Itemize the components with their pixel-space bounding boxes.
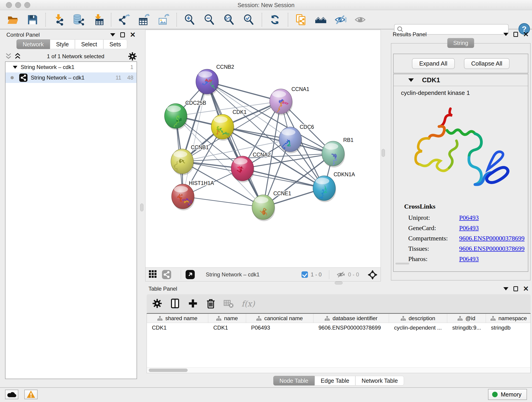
tab-network-table[interactable]: Network Table	[355, 376, 404, 385]
table-row[interactable]: CDK1CDK1P064939606.ENSP00000378699cyclin…	[147, 323, 530, 333]
panel-collapse-icon[interactable]	[110, 33, 115, 36]
tab-edge-table[interactable]: Edge Table	[315, 376, 355, 385]
first-neighbors-button[interactable]	[314, 13, 327, 26]
column-header-description[interactable]: description	[389, 314, 447, 323]
left-splitter-handle[interactable]	[140, 204, 143, 211]
network-row[interactable]: String Network – cdk1 11 48	[6, 72, 137, 83]
import-network-database-button[interactable]	[72, 13, 85, 26]
column-header-database-identifier[interactable]: database identifier	[313, 314, 389, 323]
fit-content-button[interactable]	[186, 270, 195, 279]
apply-layout-button[interactable]	[268, 13, 281, 26]
table-cell: 9606.ENSP00000378699	[313, 323, 389, 333]
network-options-button[interactable]	[128, 52, 137, 61]
collapse-all-button[interactable]: Collapse All	[464, 58, 510, 69]
cloud-status-button[interactable]	[5, 390, 18, 399]
crosslink-link[interactable]: P06493	[459, 254, 479, 264]
delete-column-button[interactable]	[206, 298, 216, 309]
memory-button[interactable]: Memory	[488, 389, 527, 400]
show-all-button[interactable]	[354, 13, 367, 26]
birdseye-toggle-button[interactable]	[149, 270, 157, 279]
network-node-cdk1[interactable]: CDK1	[211, 109, 247, 141]
tab-sets[interactable]: Sets	[103, 39, 127, 49]
crosslink-link[interactable]: 9606.ENSP00000378699	[459, 233, 525, 243]
vertical-splitter-handle[interactable]	[382, 149, 385, 157]
zoom-fit-button[interactable]	[223, 13, 235, 26]
network-node-hist1h1a[interactable]: HIST1H1A	[172, 180, 214, 211]
tab-node-table[interactable]: Node Table	[273, 376, 315, 385]
import-table-file-button[interactable]	[92, 13, 104, 26]
tab-network[interactable]: Network	[17, 39, 50, 49]
network-canvas[interactable]: CCNB2CCNA1CDC25BCDK1CDC6RB1CCNB1CCNA2CDK…	[146, 30, 381, 268]
network-node-label: CCNB2	[216, 64, 234, 70]
tab-style[interactable]: Style	[50, 39, 75, 49]
zoom-out-button[interactable]	[203, 13, 216, 26]
panel-float-icon[interactable]	[513, 32, 518, 37]
crosslink-link[interactable]: P06493	[459, 212, 479, 223]
results-scrollbar[interactable]	[395, 263, 409, 264]
selected-checkbox[interactable]	[302, 271, 308, 278]
table-cell: CDK1	[208, 323, 246, 333]
network-label: String Network – cdk1	[31, 75, 109, 81]
table-toolbar: f(x)	[147, 294, 531, 313]
panel-collapse-icon[interactable]	[503, 33, 508, 36]
network-node-ccnb2[interactable]: CCNB2	[196, 64, 234, 96]
collapse-all-chevron-icon[interactable]	[5, 53, 12, 60]
expand-all-chevron-icon[interactable]	[14, 53, 21, 60]
panel-close-icon[interactable]: ✕	[523, 286, 529, 291]
export-image-button[interactable]	[157, 13, 170, 26]
network-collection-row[interactable]: String Network – cdk1 1	[6, 62, 137, 72]
panel-close-icon[interactable]: ✕	[523, 32, 529, 37]
panel-collapse-icon[interactable]	[503, 287, 508, 290]
network-edge[interactable]	[183, 196, 263, 207]
entry-header[interactable]: CDK1	[394, 74, 528, 86]
center-view-button[interactable]	[368, 270, 377, 279]
crosslink-link[interactable]: 9606.ENSP00000378699	[459, 243, 525, 254]
function-builder-button[interactable]: f(x)	[241, 298, 255, 309]
warnings-button[interactable]	[24, 390, 38, 399]
tab-string[interactable]: String	[447, 38, 474, 48]
add-column-button[interactable]	[188, 298, 198, 309]
import-network-file-button[interactable]	[52, 13, 65, 26]
network-node-ccnb1[interactable]: CCNB1	[171, 144, 209, 175]
network-edge[interactable]	[183, 82, 207, 196]
zoom-selected-button[interactable]	[242, 13, 255, 26]
network-edge[interactable]	[242, 168, 324, 188]
panel-close-icon[interactable]: ✕	[130, 32, 136, 37]
network-node-label: CCNA2	[253, 152, 271, 158]
network-node-ccna1[interactable]: CCNA1	[270, 86, 309, 115]
string-app-button[interactable]	[162, 270, 171, 279]
save-session-button[interactable]	[26, 13, 39, 26]
network-node-rb1[interactable]: RB1	[322, 137, 354, 167]
export-image-icon	[158, 14, 170, 26]
network-edge[interactable]	[207, 82, 263, 207]
entry-caret-icon[interactable]	[408, 78, 414, 82]
expand-all-button[interactable]: Expand All	[412, 58, 455, 69]
table-options-button[interactable]	[152, 298, 162, 309]
open-session-button[interactable]	[6, 13, 19, 26]
tree-caret-icon[interactable]	[13, 66, 17, 69]
column-header-name[interactable]: name	[208, 314, 246, 323]
column-header-shared-name[interactable]: shared name	[147, 314, 208, 323]
panel-float-icon[interactable]	[513, 286, 518, 291]
export-table-button[interactable]	[138, 13, 150, 26]
column-header-namespace[interactable]: namespace	[486, 314, 531, 323]
table-cell: CDK1	[147, 323, 208, 333]
export-network-button[interactable]	[118, 13, 131, 26]
scrollbar-thumb[interactable]	[149, 369, 188, 372]
table-horizontal-scrollbar[interactable]	[147, 367, 530, 373]
panel-float-icon[interactable]	[120, 32, 125, 37]
crosslink-link[interactable]: P06493	[459, 223, 479, 233]
column-header-canonical-name[interactable]: canonical name	[246, 314, 313, 323]
delete-table-button[interactable]	[224, 298, 234, 309]
plus-icon	[188, 298, 198, 308]
network-node-cdkn1a[interactable]: CDKN1A	[313, 172, 355, 202]
tab-select[interactable]: Select	[75, 39, 103, 49]
hide-selected-button[interactable]	[334, 13, 347, 26]
clone-network-button[interactable]	[295, 13, 307, 26]
zoom-in-button[interactable]	[183, 13, 196, 26]
column-header--id[interactable]: @id	[447, 314, 486, 323]
results-panel-title: Results Panel	[393, 31, 427, 38]
hidden-counts: 0 - 0	[348, 271, 359, 278]
network-node-cdc6[interactable]: CDC6	[279, 124, 314, 153]
show-columns-button[interactable]	[170, 298, 180, 309]
